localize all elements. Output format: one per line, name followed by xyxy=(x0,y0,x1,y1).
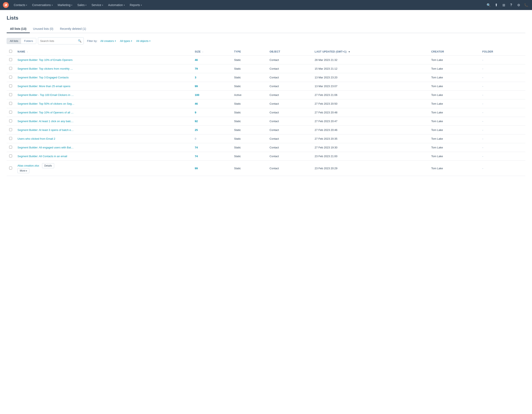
row-creator: Tom Lake xyxy=(429,91,480,99)
row-checkbox[interactable] xyxy=(9,146,12,149)
list-name-link[interactable]: Users who clicked from Email 2 xyxy=(18,137,55,140)
row-last-updated: 27 Feb 2023 21:06 xyxy=(312,91,429,99)
nav-icon-group: 🔍 ⬆ ⊞ ? ⚙ 📞 xyxy=(485,2,530,8)
row-checkbox-cell[interactable] xyxy=(7,91,15,99)
row-checkbox-cell[interactable] xyxy=(7,117,15,126)
row-checkbox-cell[interactable] xyxy=(7,134,15,143)
col-size[interactable]: SIZE ↕ xyxy=(192,48,232,56)
row-checkbox[interactable] xyxy=(9,137,12,140)
row-creator: Tom Lake xyxy=(429,143,480,152)
row-creator: Tom Lake xyxy=(429,126,480,134)
row-last-updated: 27 Feb 2023 19:30 xyxy=(312,143,429,152)
row-folder: - xyxy=(480,161,525,176)
search-input[interactable] xyxy=(40,39,78,42)
lists-table-wrap: NAME ↕ SIZE ↕ TYPE OBJECT LAST UPDATED (… xyxy=(7,48,525,176)
row-size: 92 xyxy=(192,117,232,126)
row-size: 46 xyxy=(192,56,232,64)
col-creator: CREATOR xyxy=(429,48,480,56)
nav-marketing[interactable]: Marketing▾ xyxy=(56,2,74,8)
marketplace-icon[interactable]: ⊞ xyxy=(500,2,507,8)
row-name: Segment Builder: At least 1 click on any… xyxy=(15,117,192,126)
list-name-link[interactable]: Segment Builder: Top 10% of Emails Opene… xyxy=(18,58,73,61)
settings-icon[interactable]: ⚙ xyxy=(515,2,522,8)
tab-all-lists[interactable]: All lists (13) xyxy=(7,25,30,33)
row-checkbox[interactable] xyxy=(9,128,12,131)
nav-reports[interactable]: Reports▾ xyxy=(128,2,144,8)
row-creator: Tom Lake xyxy=(429,108,480,117)
page-content: Lists All lists (13) Unused lists (0) Re… xyxy=(0,10,532,181)
phone-icon[interactable]: 📞 xyxy=(523,2,530,8)
list-name-link[interactable]: Segment Builder - Top 100 Email Clickers… xyxy=(18,93,74,97)
row-checkbox-cell[interactable] xyxy=(7,143,15,152)
list-name-link[interactable]: Alias creation.xlsx xyxy=(18,164,39,167)
row-type: Static xyxy=(232,117,267,126)
tab-recently-deleted[interactable]: Recently deleted (1) xyxy=(57,25,89,33)
select-all-checkbox[interactable] xyxy=(9,50,12,53)
col-last-updated[interactable]: LAST UPDATED (GMT+1) ▼ xyxy=(312,48,429,56)
list-name-link[interactable]: Segment Builder: More than 25 email open… xyxy=(18,85,70,88)
row-folder: - xyxy=(480,99,525,108)
list-name-link[interactable]: Segment Builder: At least 3 opens of bat… xyxy=(18,128,74,131)
row-checkbox[interactable] xyxy=(9,102,12,105)
nav-service[interactable]: Service▾ xyxy=(89,2,105,8)
row-checkbox[interactable] xyxy=(9,76,12,79)
row-object: Contact xyxy=(267,56,312,64)
row-checkbox[interactable] xyxy=(9,93,12,96)
row-checkbox[interactable] xyxy=(9,111,12,114)
row-last-updated: 27 Feb 2023 20:35 xyxy=(312,134,429,143)
search-nav-icon[interactable]: 🔍 xyxy=(485,2,492,8)
row-checkbox-cell[interactable] xyxy=(7,56,15,64)
row-checkbox-cell[interactable] xyxy=(7,73,15,82)
upgrade-icon[interactable]: ⬆ xyxy=(493,2,500,8)
row-name: Segment Builder: All Contacts in an emai… xyxy=(15,152,192,161)
row-checkbox[interactable] xyxy=(9,58,12,61)
row-checkbox-cell[interactable] xyxy=(7,108,15,117)
folders-view-button[interactable]: Folders xyxy=(21,38,36,44)
nav-contacts[interactable]: Contacts▾ xyxy=(12,2,29,8)
row-checkbox[interactable] xyxy=(9,67,12,70)
row-folder: - xyxy=(480,134,525,143)
help-icon[interactable]: ? xyxy=(508,2,514,8)
row-checkbox-cell[interactable] xyxy=(7,64,15,73)
row-checkbox-cell[interactable] xyxy=(7,99,15,108)
row-size: 99 xyxy=(192,161,232,176)
table-row: Segment Builder: All Contacts in an emai… xyxy=(7,152,525,161)
hubspot-logo[interactable] xyxy=(2,2,9,8)
list-name-link[interactable]: Segment Builder: At least 1 click on any… xyxy=(18,120,74,123)
row-checkbox-cell[interactable] xyxy=(7,161,15,176)
row-object: Contact xyxy=(267,152,312,161)
tab-unused-lists[interactable]: Unused lists (0) xyxy=(30,25,57,33)
list-name-link[interactable]: Segment Builder: All engaged users with … xyxy=(18,146,74,149)
nav-conversations[interactable]: Conversations▾ xyxy=(30,2,55,8)
filter-objects-button[interactable]: All objects▾ xyxy=(135,39,152,43)
all-lists-view-button[interactable]: All lists xyxy=(7,38,21,44)
row-checkbox[interactable] xyxy=(9,167,12,169)
row-checkbox-cell[interactable] xyxy=(7,126,15,134)
list-name-link[interactable]: Segment Builder: All Contacts in an emai… xyxy=(18,155,67,158)
more-button[interactable]: More ▾ xyxy=(18,168,29,173)
row-checkbox[interactable] xyxy=(9,119,12,122)
filter-creators-button[interactable]: All creators▾ xyxy=(99,39,117,43)
list-name-link[interactable]: Segment Builder: Top 3 Engaged Contacts xyxy=(18,76,68,79)
row-type: Static xyxy=(232,108,267,117)
list-name-link[interactable]: Segment Builder: Top clickers from month… xyxy=(18,67,73,70)
row-name: Segment Builder: More than 25 email open… xyxy=(15,82,192,91)
row-checkbox-cell[interactable] xyxy=(7,82,15,91)
row-folder: - xyxy=(480,152,525,161)
row-checkbox[interactable] xyxy=(9,155,12,158)
select-all-header[interactable] xyxy=(7,48,15,56)
row-object: Contact xyxy=(267,108,312,117)
filter-types-button[interactable]: All types▾ xyxy=(119,39,133,43)
col-name[interactable]: NAME ↕ xyxy=(15,48,192,56)
list-name-link[interactable]: Segment Builder: Top 10% of Openers of a… xyxy=(18,111,74,114)
table-row: Segment Builder: At least 3 opens of bat… xyxy=(7,126,525,134)
nav-sales[interactable]: Sales▾ xyxy=(75,2,88,8)
row-checkbox-cell[interactable] xyxy=(7,152,15,161)
row-creator: Tom Lake xyxy=(429,117,480,126)
row-folder: - xyxy=(480,56,525,64)
top-navigation: Contacts▾ Conversations▾ Marketing▾ Sale… xyxy=(0,0,532,10)
details-button[interactable]: Details xyxy=(42,163,54,168)
row-checkbox[interactable] xyxy=(9,84,12,87)
list-name-link[interactable]: Segment Builder: Top 50% of clickers on … xyxy=(18,102,74,105)
nav-automation[interactable]: Automation▾ xyxy=(106,2,127,8)
